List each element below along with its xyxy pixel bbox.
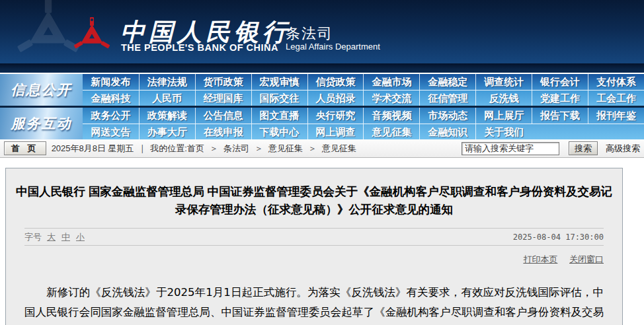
advanced-search-link[interactable]: 高级搜索 bbox=[606, 143, 640, 155]
nav-item[interactable]: 网上调查 bbox=[307, 124, 364, 139]
nav-section-services: 服务互动 政务公开政策解读公告信息图文直播央行研究音频视频市场动态网上展厅报告下… bbox=[0, 106, 644, 139]
nav-section-info-disclosure: 信息公开 新闻发布法律法规货币政策宏观审慎信贷政策金融市场金融稳定调查统计银行会… bbox=[0, 74, 644, 106]
nav-item[interactable]: 党建工作 bbox=[532, 90, 588, 106]
nav-item[interactable]: 金融市场 bbox=[363, 74, 419, 90]
nav-item[interactable]: 下载中心 bbox=[251, 124, 307, 139]
article-paragraph: 新修订的《反洗钱法》于2025年1月1日起正式施行。为落实《反洗钱法》有关要求，… bbox=[24, 283, 604, 325]
main-navigation: 信息公开 新闻发布法律法规货币政策宏观审慎信贷政策金融市场金融稳定调查统计银行会… bbox=[0, 73, 644, 139]
breadcrumb: 2025年8月8日 星期五 ｜ 我的位置:首页 ＞ 条法司 ＞ 意见征集 ＞ 意… bbox=[52, 143, 356, 155]
close-window-link[interactable]: 关闭窗口 bbox=[569, 254, 604, 264]
nav-item[interactable]: 音频视频 bbox=[363, 108, 419, 124]
nav-item[interactable]: 市场动态 bbox=[419, 108, 475, 124]
nav-item[interactable]: 支付体系 bbox=[588, 74, 644, 90]
nav-item[interactable]: 政策解读 bbox=[139, 108, 195, 124]
nav-item[interactable]: 政务公开 bbox=[83, 108, 139, 124]
nav-item[interactable]: 金融知识 bbox=[419, 124, 475, 139]
site-header: 中国人民银行 THE PEOPLE'S BANK OF CHINA 条法司 Le… bbox=[0, 0, 644, 63]
nav-section-label-info[interactable]: 信息公开 bbox=[0, 74, 83, 106]
nav-item[interactable]: 报刊年鉴 bbox=[588, 108, 644, 124]
nav-item[interactable]: 人民币 bbox=[139, 90, 195, 106]
font-size-medium-button[interactable]: 中 bbox=[61, 231, 70, 243]
nav-item[interactable]: 宏观审慎 bbox=[251, 74, 307, 90]
nav-item[interactable]: 央行研究 bbox=[307, 108, 364, 124]
font-size-label: 字号 bbox=[24, 231, 42, 243]
breadcrumb-bar: 首 页 2025年8月8日 星期五 ｜ 我的位置:首页 ＞ 条法司 ＞ 意见征集… bbox=[0, 139, 644, 158]
search-button[interactable]: 搜索 bbox=[569, 141, 598, 155]
nav-item[interactable]: 国际交往 bbox=[251, 90, 307, 106]
nav-item[interactable]: 在线申报 bbox=[195, 124, 251, 139]
font-size-large-button[interactable]: 大 bbox=[47, 231, 56, 243]
breadcrumb-divider: ｜ bbox=[138, 143, 147, 155]
nav-item[interactable]: 办事大厅 bbox=[139, 124, 195, 139]
nav-item[interactable]: 法律法规 bbox=[139, 74, 195, 90]
nav-item[interactable]: 网送文告 bbox=[83, 124, 139, 139]
search-input[interactable] bbox=[462, 142, 559, 155]
nav-item[interactable]: 人员招录 bbox=[307, 90, 364, 106]
print-page-link[interactable]: 打印本页 bbox=[523, 254, 557, 264]
nav-item[interactable]: 网上展厅 bbox=[475, 108, 532, 124]
breadcrumb-separator: ＞ bbox=[208, 143, 220, 155]
nav-item[interactable]: 金融稳定 bbox=[419, 74, 475, 90]
nav-item[interactable]: 银行会计 bbox=[532, 74, 588, 90]
nav-item[interactable]: 调查统计 bbox=[475, 74, 532, 90]
nav-item[interactable]: 金融科技 bbox=[83, 90, 139, 106]
breadcrumb-link-dept[interactable]: 条法司 bbox=[223, 143, 249, 155]
breadcrumb-link-section[interactable]: 意见征集 bbox=[268, 143, 303, 155]
header-divider-strip bbox=[0, 63, 644, 73]
nav-item[interactable]: 信贷政策 bbox=[307, 74, 364, 90]
nav-item[interactable]: 货币政策 bbox=[195, 74, 251, 90]
font-size-small-button[interactable]: 小 bbox=[76, 231, 85, 243]
bank-name-en: THE PEOPLE'S BANK OF CHINA bbox=[121, 42, 278, 53]
current-date: 2025年8月8日 星期五 bbox=[52, 143, 134, 155]
nav-item[interactable]: 图文直播 bbox=[251, 108, 307, 124]
nav-item[interactable]: 工会工作 bbox=[588, 90, 644, 106]
nav-item[interactable]: 公告信息 bbox=[195, 108, 251, 124]
breadcrumb-separator: ＞ bbox=[307, 143, 318, 155]
home-button[interactable]: 首 页 bbox=[4, 141, 46, 155]
page-title: 中国人民银行 国家金融监督管理总局 中国证券监督管理委员会关于《金融机构客户尽职… bbox=[6, 168, 622, 228]
department-name-en: Legal Affairs Department bbox=[286, 42, 380, 52]
nav-item[interactable]: 报告下载 bbox=[532, 108, 588, 124]
article-meta-row: 字号 大 中 小 2025-08-04 17:30:00 bbox=[24, 228, 604, 246]
nav-item[interactable]: 新闻发布 bbox=[83, 74, 139, 90]
nav-item[interactable]: 意见征集 bbox=[363, 124, 419, 139]
department-name-cn: 条法司 bbox=[286, 24, 333, 44]
article-actions-row: 打印本页 关闭窗口 bbox=[24, 254, 604, 266]
pbc-logo-icon bbox=[71, 16, 113, 58]
breadcrumb-current: 意见征集 bbox=[322, 143, 356, 155]
breadcrumb-separator: ＞ bbox=[253, 143, 264, 155]
nav-item[interactable]: 关于我们 bbox=[475, 124, 532, 139]
nav-section-label-services[interactable]: 服务互动 bbox=[0, 108, 83, 139]
nav-item[interactable]: 经理国库 bbox=[195, 90, 251, 106]
nav-item[interactable]: 学术交流 bbox=[363, 90, 419, 106]
location-label[interactable]: 我的位置:首页 bbox=[150, 143, 204, 155]
publish-timestamp: 2025-08-04 17:30:00 bbox=[513, 233, 604, 242]
nav-item[interactable]: 征信管理 bbox=[419, 90, 475, 106]
article-content-box: 中国人民银行 国家金融监督管理总局 中国证券监督管理委员会关于《金融机构客户尽职… bbox=[5, 168, 623, 325]
nav-item[interactable]: 反洗钱 bbox=[475, 90, 532, 106]
